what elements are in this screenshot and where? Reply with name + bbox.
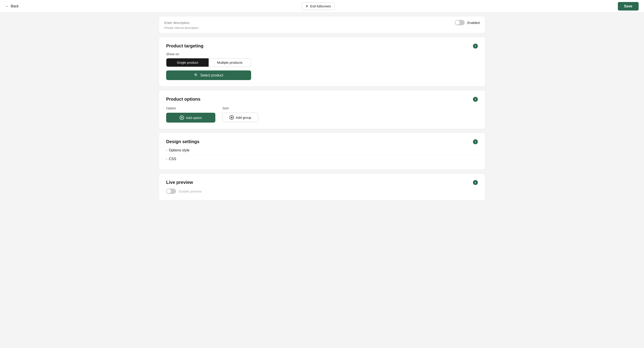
show-on-label: Show on bbox=[166, 52, 478, 56]
description-input[interactable] bbox=[164, 21, 450, 24]
product-options-info-icon[interactable]: i bbox=[473, 97, 478, 102]
product-targeting-title: Product targeting bbox=[166, 44, 204, 48]
live-preview-card: Live preview i Enable preview bbox=[159, 173, 485, 200]
multiple-products-button[interactable]: Multiple products bbox=[209, 58, 251, 67]
design-settings-info-icon[interactable]: i bbox=[473, 139, 478, 144]
css-row[interactable]: › CSS bbox=[166, 155, 478, 163]
design-settings-header: Design settings i bbox=[166, 139, 478, 144]
product-targeting-header: Product targeting i bbox=[166, 44, 478, 48]
plus-circle-icon-2: + bbox=[230, 115, 234, 120]
exit-fullscreen-label: Exit fullscreen bbox=[310, 4, 331, 8]
select-product-button[interactable]: 🔍 Select product bbox=[166, 70, 251, 80]
back-button[interactable]: ← Back bbox=[5, 2, 19, 10]
select-product-label: Select product bbox=[200, 73, 223, 78]
design-section-content: › Options style › CSS bbox=[166, 146, 478, 163]
enabled-row: Enabled bbox=[455, 20, 480, 25]
close-icon: ✕ bbox=[306, 4, 308, 8]
option-column: Option + Add option bbox=[166, 106, 215, 122]
css-label: CSS bbox=[169, 157, 176, 161]
single-product-button[interactable]: Single product bbox=[166, 58, 209, 67]
enabled-toggle[interactable] bbox=[455, 20, 465, 25]
options-style-row[interactable]: › Options style bbox=[166, 146, 478, 155]
options-style-label: Options style bbox=[169, 148, 190, 152]
enable-preview-toggle[interactable] bbox=[166, 188, 176, 194]
live-preview-header: Live preview i bbox=[166, 180, 478, 185]
description-card: Enabled Private internal description bbox=[159, 16, 485, 33]
add-option-button[interactable]: + Add option bbox=[166, 113, 215, 122]
product-type-toggle: Single product Multiple products bbox=[166, 58, 251, 67]
product-options-card: Product options i Option + Add option So… bbox=[159, 90, 485, 129]
enable-preview-label: Enable preview bbox=[179, 190, 202, 193]
product-targeting-info-icon[interactable]: i bbox=[473, 44, 478, 48]
plus-circle-icon: + bbox=[180, 116, 184, 120]
product-targeting-card: Product targeting i Show on Single produ… bbox=[159, 37, 485, 86]
add-option-label: Add option bbox=[186, 116, 202, 120]
design-settings-card: Design settings i › Options style › CSS bbox=[159, 132, 485, 170]
search-icon: 🔍 bbox=[194, 73, 198, 78]
page-content: Enabled Private internal description Pro… bbox=[154, 16, 490, 209]
live-preview-row: Enable preview bbox=[166, 188, 478, 194]
save-button[interactable]: Save bbox=[618, 2, 639, 10]
back-arrow-icon: ← bbox=[5, 4, 9, 8]
enabled-label: Enabled bbox=[467, 21, 480, 24]
design-settings-title: Design settings bbox=[166, 139, 200, 144]
private-description-label: Private internal description bbox=[164, 26, 480, 30]
top-nav: ← Back ✕ Exit fullscreen Save bbox=[0, 0, 644, 12]
live-preview-info-icon[interactable]: i bbox=[473, 180, 478, 185]
back-label: Back bbox=[11, 4, 19, 8]
option-column-label: Option bbox=[166, 106, 215, 110]
product-options-title: Product options bbox=[166, 96, 200, 102]
add-group-button[interactable]: + Add group bbox=[222, 113, 258, 122]
options-columns: Option + Add option Sort + Add group bbox=[166, 106, 478, 122]
exit-fullscreen-button[interactable]: ✕ Exit fullscreen bbox=[302, 2, 335, 10]
sort-column: Sort + Add group bbox=[222, 106, 258, 122]
chevron-right-icon-options: › bbox=[166, 149, 167, 152]
sort-column-label: Sort bbox=[222, 106, 258, 110]
product-options-header: Product options i bbox=[166, 96, 478, 102]
live-preview-title: Live preview bbox=[166, 180, 193, 185]
chevron-right-icon-css: › bbox=[166, 158, 167, 160]
add-group-label: Add group bbox=[236, 116, 251, 120]
